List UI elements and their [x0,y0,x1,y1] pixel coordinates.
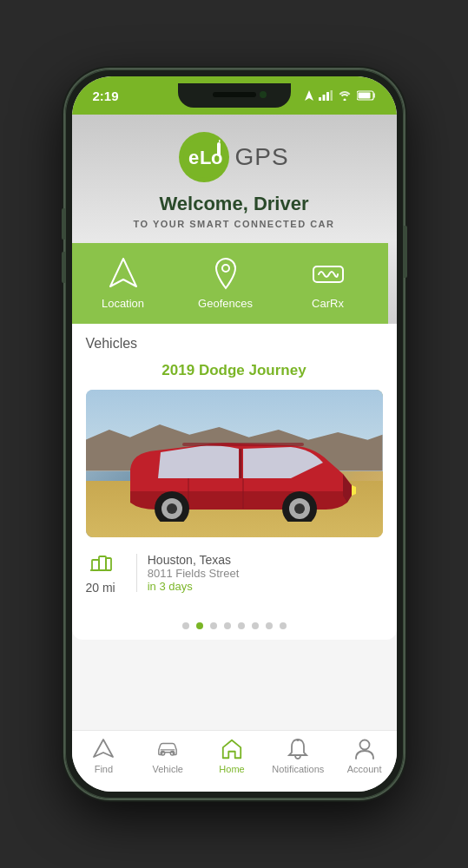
app-screen: 2:19 [72,76,397,792]
dot-2[interactable] [210,622,217,629]
quick-action-carrx[interactable]: CarRx [298,257,359,310]
svg-rect-0 [319,97,321,101]
vehicle-card[interactable]: 2019 Dodge Journey [72,358,397,612]
info-divider [136,554,137,592]
volume-down-button[interactable] [62,252,65,283]
mileage-icon [89,551,113,579]
geofences-label: Geofences [198,297,253,310]
status-time: 2:19 [93,89,119,103]
home-icon [221,738,243,760]
svg-text:o: o [211,147,222,168]
notifications-icon [287,738,309,760]
wifi-icon [338,90,352,101]
carrx-nav-icon [312,261,345,286]
hero-section: e L o GPS Welcome, Driver TO YOUR SMA [72,115,397,324]
svg-rect-26 [99,556,106,570]
geofence-nav-icon [212,257,240,290]
dot-7[interactable] [280,622,287,629]
account-label: Account [347,764,382,774]
quick-actions-bar: Location Geofences [72,243,388,324]
dot-4[interactable] [238,622,245,629]
subtitle-text: TO YOUR SMART CONNECTED CAR [134,219,335,229]
speaker [213,92,256,97]
notch [178,83,291,108]
bottom-nav: Find Vehicle [72,730,397,792]
vehicle-label: Vehicle [152,764,182,774]
location-arrow-icon [305,90,313,101]
car-svg [96,426,373,522]
find-label: Find [95,764,113,774]
notifications-label: Notifications [272,764,324,774]
svg-point-23 [294,503,305,514]
elo-logo-svg: e L o [182,135,226,179]
location-days: in 3 days [148,580,383,593]
notifications-nav-icon [287,737,309,761]
camera [260,91,267,98]
vehicles-header: Vehicles [72,324,397,358]
location-block: Houston, Texas 8011 Fields Street in 3 d… [148,553,383,593]
vehicle-image [86,390,383,537]
svg-point-33 [297,739,300,741]
account-nav-icon [353,737,376,761]
mileage-block: 20 mi [86,551,126,595]
nav-notifications[interactable]: Notifications [272,738,324,774]
find-nav-icon [92,738,115,760]
svg-rect-3 [330,90,333,101]
logo-container: e L o GPS [179,132,288,182]
volume-up-button[interactable] [62,208,65,240]
home-label: Home [219,764,244,774]
mileage-value: 20 mi [86,581,115,595]
svg-marker-12 [110,259,136,286]
svg-point-34 [359,740,369,750]
vehicle-name: 2019 Dodge Journey [86,362,383,379]
find-icon [92,738,115,760]
phone-frame: 2:19 [65,69,404,799]
location-label: Location [102,297,144,310]
main-content: Vehicles 2019 Dodge Journey [72,324,397,730]
phone-screen: 2:19 [72,76,397,792]
svg-rect-25 [92,560,99,570]
carrx-label: CarRx [312,297,344,310]
nav-account[interactable]: Account [340,738,388,774]
signal-icon [319,90,333,101]
geofence-icon [209,257,242,290]
logo-circle: e L o [179,132,229,182]
carrx-icon [312,257,345,290]
location-nav-icon [109,257,138,290]
nav-home[interactable]: Home [208,738,256,774]
svg-rect-5 [358,93,370,99]
vehicle-nav-icon [156,740,179,759]
welcome-heading: Welcome, Driver [159,193,308,215]
logo-gps-text: GPS [234,143,288,171]
svg-rect-24 [182,443,304,446]
svg-point-20 [167,503,177,514]
svg-rect-27 [106,558,111,570]
dot-0[interactable] [182,622,189,629]
dot-6[interactable] [266,622,273,629]
quick-action-location[interactable]: Location [93,257,154,310]
dot-5[interactable] [252,622,259,629]
dot-3[interactable] [224,622,231,629]
svg-rect-1 [322,95,325,101]
svg-rect-10 [217,142,221,156]
account-icon [353,738,376,760]
svg-rect-2 [326,92,329,101]
vehicle-info: 20 mi Houston, Texas 8011 Fields Street … [86,548,383,598]
svg-point-13 [222,265,229,272]
battery-icon [357,90,376,101]
vehicle-icon [156,738,179,760]
location-city: Houston, Texas [148,553,383,567]
dot-1[interactable] [196,622,203,629]
location-icon [107,257,140,290]
nav-vehicle[interactable]: Vehicle [144,738,192,774]
nav-find[interactable]: Find [80,738,128,774]
svg-marker-29 [94,740,113,757]
svg-text:e: e [188,147,199,168]
quick-action-geofences[interactable]: Geofences [195,257,256,310]
power-button[interactable] [404,226,407,278]
home-nav-icon [221,737,243,761]
svg-rect-11 [219,140,221,142]
location-street: 8011 Fields Street [148,567,383,580]
pagination-dots [72,612,397,640]
vehicles-section: Vehicles 2019 Dodge Journey [72,324,397,640]
